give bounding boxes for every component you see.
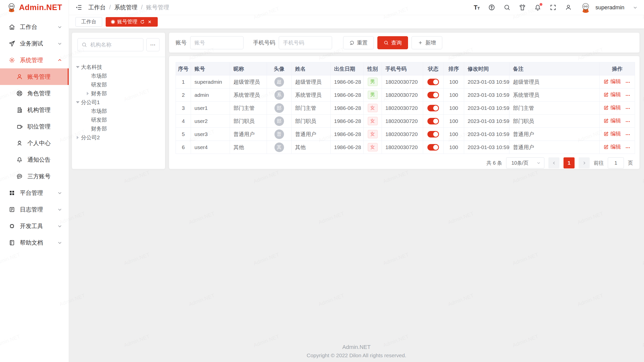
search-icon[interactable]: [504, 4, 510, 11]
status-toggle[interactable]: [427, 144, 439, 151]
plus-icon: [418, 40, 423, 45]
current-page-button[interactable]: 1: [564, 157, 575, 168]
tree-node-label: 市场部: [91, 108, 107, 115]
goto-page-input[interactable]: [608, 157, 624, 168]
column-header: 状态: [423, 62, 444, 75]
status-toggle[interactable]: [427, 79, 439, 85]
tree-node[interactable]: 大名科技: [74, 63, 163, 71]
tree-node[interactable]: 研发部: [74, 115, 163, 124]
query-button[interactable]: 查询: [377, 36, 408, 49]
sidebar-item[interactable]: 系统管理: [0, 52, 69, 68]
sidebar-subitem-label: 通知公告: [27, 156, 51, 164]
account-filter-input[interactable]: [190, 36, 244, 49]
org-search-input[interactable]: [77, 38, 143, 51]
gender-tag: 男: [368, 78, 378, 86]
sidebar-subitem[interactable]: 职位管理: [0, 118, 69, 135]
tree-node[interactable]: 财务部: [74, 124, 163, 133]
more-actions-button[interactable]: [625, 145, 631, 151]
docs-book-icon: [9, 239, 15, 246]
org-more-button[interactable]: ...: [146, 38, 159, 51]
tree-node[interactable]: 分公司2: [74, 133, 163, 142]
tree-node[interactable]: 研发部: [74, 80, 163, 89]
phone-filter-input[interactable]: [279, 36, 332, 49]
more-actions-button[interactable]: [625, 106, 631, 112]
avatar: 部: [274, 103, 284, 113]
sidebar-item[interactable]: 日志管理: [0, 201, 69, 218]
right-column: 账号 手机号码 重置 查询 新增: [169, 33, 639, 169]
chevron-down-icon[interactable]: [633, 5, 637, 10]
edit-button[interactable]: 编辑: [603, 78, 621, 85]
more-actions-button[interactable]: [625, 119, 631, 125]
username[interactable]: superadmin: [595, 4, 624, 11]
org-icon: [16, 107, 23, 113]
breadcrumb-item[interactable]: 系统管理: [114, 4, 137, 11]
tab-workbench[interactable]: 工作台: [75, 17, 102, 27]
edit-button[interactable]: 编辑: [603, 117, 621, 124]
gender-tag: 男: [368, 91, 378, 99]
more-actions-button[interactable]: [625, 93, 631, 99]
breadcrumb: 工作台 / 系统管理 / 账号管理: [88, 4, 169, 11]
tree-node[interactable]: 市场部: [74, 71, 163, 80]
tree-node[interactable]: 财务部: [74, 89, 163, 98]
tree-node[interactable]: 市场部: [74, 107, 163, 115]
next-page-button[interactable]: [579, 157, 590, 168]
user-avatar[interactable]: [580, 2, 591, 13]
sidebar-item-label: 开发工具: [20, 222, 43, 230]
notification-bell-icon[interactable]: [534, 4, 541, 11]
edit-button[interactable]: 编辑: [603, 143, 621, 150]
cell-nickname: 部门职员: [230, 115, 267, 128]
cell-avatar: 部: [267, 115, 292, 128]
cell-birth-date: 1986-06-28: [331, 102, 364, 115]
goto-label: 前往: [594, 160, 604, 166]
reset-button[interactable]: 重置: [343, 36, 374, 49]
sidebar-item-label: 业务测试: [20, 40, 43, 48]
user-icon[interactable]: [565, 4, 572, 11]
fullscreen-icon[interactable]: [550, 4, 556, 11]
profile-icon: [16, 140, 23, 147]
tree-node[interactable]: 分公司1: [74, 98, 163, 107]
sidebar-item[interactable]: 业务测试: [0, 35, 69, 52]
tree-caret-expanded-icon[interactable]: [74, 66, 81, 68]
tree-caret-collapsed-icon[interactable]: [85, 92, 91, 95]
edit-button[interactable]: 编辑: [603, 130, 621, 137]
breadcrumb-item[interactable]: 工作台: [88, 4, 106, 11]
prev-page-button[interactable]: [548, 157, 559, 168]
status-toggle[interactable]: [427, 105, 439, 111]
tab-close-icon[interactable]: [147, 20, 152, 24]
status-toggle[interactable]: [427, 118, 439, 124]
add-button[interactable]: 新增: [412, 36, 442, 49]
logo-monk-icon: [7, 3, 17, 13]
tab-account-management[interactable]: 账号管理: [106, 17, 158, 27]
cell-operations: 编辑: [600, 102, 635, 115]
sidebar-subitem[interactable]: 机构管理: [0, 102, 69, 118]
sidebar-item-label: 日志管理: [20, 206, 43, 213]
status-toggle[interactable]: [427, 131, 439, 138]
sidebar-subitem[interactable]: 通知公告: [0, 151, 69, 168]
status-toggle[interactable]: [427, 92, 439, 98]
page-size-select[interactable]: 10条/页: [506, 157, 544, 168]
sidebar-subitem-label: 账号管理: [27, 73, 51, 81]
theme-shirt-icon[interactable]: [519, 4, 526, 11]
edit-button[interactable]: 编辑: [603, 104, 621, 111]
sidebar-item[interactable]: 帮助文档: [0, 234, 69, 251]
sidebar-item[interactable]: 平台管理: [0, 185, 69, 201]
tree-caret-collapsed-icon[interactable]: [74, 136, 81, 139]
table-row: 2admin系统管理员系系统管理员1986-06-28男180200307201…: [176, 88, 635, 102]
cell-nickname: 超级管理员: [230, 75, 267, 88]
tree-caret-expanded-icon[interactable]: [74, 101, 81, 103]
language-icon[interactable]: [488, 4, 495, 11]
tab-refresh-icon[interactable]: [140, 20, 145, 24]
edit-button[interactable]: 编辑: [603, 91, 621, 98]
font-size-icon[interactable]: TT: [474, 5, 480, 11]
sidebar-subitem[interactable]: 账号管理: [0, 68, 69, 85]
column-header: 性别: [364, 62, 382, 75]
sidebar-item[interactable]: 工作台: [0, 19, 69, 35]
logo[interactable]: Admin.NET: [0, 0, 69, 15]
sidebar-subitem[interactable]: 个人中心: [0, 135, 69, 151]
more-actions-button[interactable]: [625, 80, 631, 86]
sidebar-item[interactable]: 开发工具: [0, 218, 69, 234]
sidebar-subitem[interactable]: 角色管理: [0, 85, 69, 102]
sidebar-subitem[interactable]: 三方账号: [0, 168, 69, 185]
collapse-menu-icon[interactable]: [75, 4, 82, 11]
more-actions-button[interactable]: [625, 132, 631, 138]
